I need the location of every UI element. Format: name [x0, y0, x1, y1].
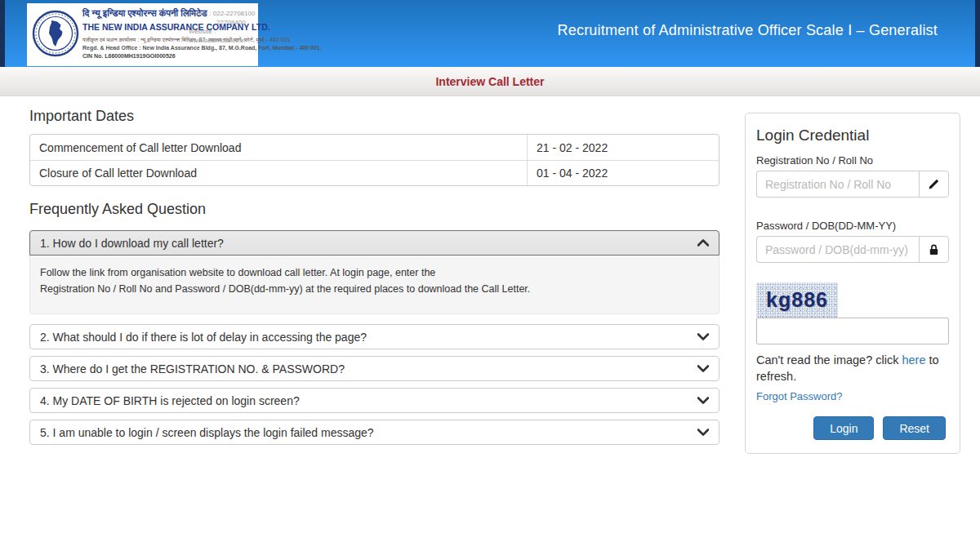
login-credential-panel: Login Credential Registration No / Roll …	[745, 113, 960, 454]
faq-item-1: 1. How do I download my call letter? Fol…	[29, 230, 719, 314]
page-title: Recruitment of Administrative Officer Sc…	[558, 22, 938, 39]
faq-question-3[interactable]: 3. Where do I get the REGISTRATION NO. &…	[29, 356, 719, 381]
faq-question-4[interactable]: 4. My DATE OF BIRTH is rejected on login…	[29, 388, 719, 413]
date-row-label: Commencement of Call letter Download	[30, 135, 528, 160]
company-contact: Phone : 022-22708100 22708400 Website : …	[189, 9, 256, 45]
header-right-edge	[975, 0, 980, 67]
company-address-english: Regd. & Head Office : New India Assuranc…	[82, 44, 213, 52]
table-row: Closure of Call letter Download 01 - 04 …	[30, 160, 719, 185]
captcha-input[interactable]	[756, 318, 949, 344]
faq-question-text: 5. I am unable to login / screen display…	[40, 426, 374, 439]
date-row-value: 21 - 02 - 2022	[528, 135, 719, 160]
faq-item-2: 2. What should I do if there is lot of d…	[29, 324, 719, 349]
faq-answer-line: Follow the link from organisation websit…	[40, 264, 709, 281]
faq-question-text: 1. How do I download my call letter?	[40, 237, 224, 250]
date-row-label: Closure of Call letter Download	[30, 161, 528, 185]
captcha-refresh-link[interactable]: here	[902, 353, 925, 367]
reset-button[interactable]: Reset	[883, 416, 946, 440]
login-heading: Login Credential	[756, 127, 949, 144]
faq-question-1[interactable]: 1. How do I download my call letter?	[29, 230, 719, 256]
captcha-text: kg886	[766, 288, 828, 312]
registration-input-group	[756, 171, 949, 198]
faq-question-text: 4. My DATE OF BIRTH is rejected on login…	[40, 394, 300, 407]
company-emblem	[32, 10, 79, 57]
faq-answer-1: Follow the link from organisation websit…	[29, 256, 719, 314]
company-phone-line1: Phone : 022-22708100	[189, 9, 256, 18]
lock-icon	[919, 236, 949, 263]
faq-item-3: 3. Where do I get the REGISTRATION NO. &…	[29, 356, 719, 381]
login-button[interactable]: Login	[813, 416, 874, 440]
faq-question-2[interactable]: 2. What should I do if there is lot of d…	[29, 324, 719, 349]
password-label: Password / DOB(DD-MM-YY)	[756, 220, 949, 232]
faq-question-text: 2. What should I do if there is lot of d…	[40, 331, 367, 344]
login-buttons-row: Login Reset	[756, 416, 949, 440]
faq-answer-line: Registration No / Roll No and Password /…	[40, 281, 709, 297]
company-logo-card: दि न्यू इन्डिया एश्योरन्स कंपनी लिमिटेड …	[27, 3, 258, 66]
faq-question-text: 3. Where do I get the REGISTRATION NO. &…	[40, 362, 345, 375]
faq-item-5: 5. I am unable to login / screen display…	[29, 420, 719, 445]
faq-item-4: 4. My DATE OF BIRTH is rejected on login…	[29, 388, 719, 413]
captcha-image: kg886	[756, 282, 838, 318]
subheader-bar: Interview Call Letter	[0, 67, 980, 96]
faq-question-5[interactable]: 5. I am unable to login / screen display…	[29, 420, 719, 445]
password-input[interactable]	[756, 236, 919, 263]
captcha-refresh-line: Can't read the image? click here to refr…	[756, 352, 949, 384]
table-row: Commencement of Call letter Download 21 …	[30, 135, 719, 160]
page: दि न्यू इन्डिया एश्योरन्स कंपनी लिमिटेड …	[0, 0, 980, 551]
registration-input[interactable]	[756, 171, 919, 198]
forgot-password-link[interactable]: Forgot Password?	[756, 390, 843, 402]
refresh-text-before: Can't read the image? click	[756, 353, 898, 367]
date-row-value: 01 - 04 - 2022	[528, 161, 719, 185]
faq-heading: Frequently Asked Question	[29, 201, 206, 218]
password-input-group	[756, 236, 949, 263]
important-dates-table: Commencement of Call letter Download 21 …	[29, 134, 719, 186]
chevron-down-icon	[697, 429, 709, 436]
registration-label: Registration No / Roll No	[756, 154, 949, 167]
subheader-title: Interview Call Letter	[435, 75, 544, 88]
pencil-icon	[919, 171, 949, 198]
chevron-up-icon	[697, 239, 709, 247]
header-left-edge	[0, 0, 5, 67]
chevron-down-icon	[697, 365, 709, 372]
company-cin: CIN No. L66000MH1919GOI000526	[82, 52, 213, 60]
important-dates-heading: Important Dates	[29, 108, 134, 125]
chevron-down-icon	[697, 333, 709, 340]
chevron-down-icon	[697, 397, 709, 404]
company-phone-line2: 22708400	[189, 18, 256, 27]
company-website: Website : www.newindia.co.in	[189, 27, 256, 45]
header: दि न्यू इन्डिया एश्योरन्स कंपनी लिमिटेड …	[0, 0, 980, 67]
